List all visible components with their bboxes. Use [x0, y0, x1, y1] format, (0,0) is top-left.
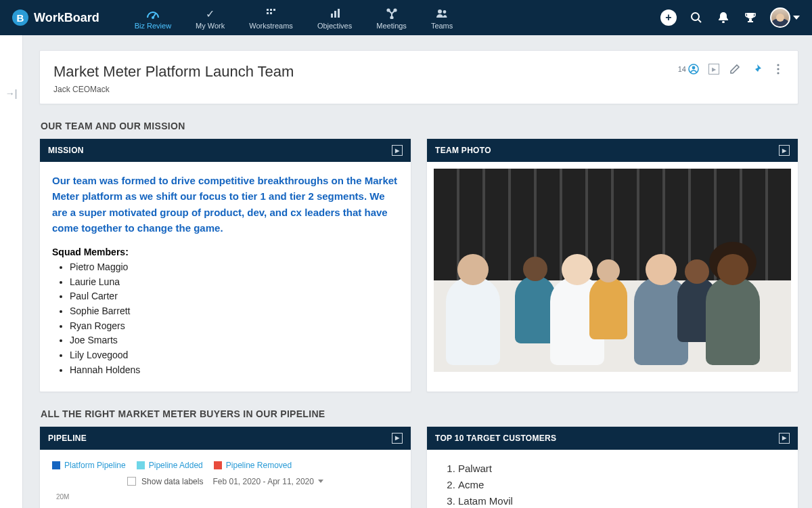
pipeline-card: PIPELINE ▶ Platform Pipeline Pipeline Ad…: [39, 426, 411, 509]
expand-sidebar-icon[interactable]: →|: [5, 88, 18, 99]
pipeline-legend: Platform Pipeline Pipeline Added Pipelin…: [52, 461, 399, 470]
svg-rect-19: [748, 21, 753, 22]
nav-label: Objectives: [317, 22, 352, 30]
svg-rect-7: [331, 14, 333, 18]
svg-point-14: [443, 10, 447, 14]
svg-rect-6: [270, 12, 272, 14]
legend-item-platform[interactable]: Platform Pipeline: [52, 461, 126, 470]
svg-point-10: [387, 9, 389, 11]
expand-icon[interactable]: ▶: [779, 433, 790, 444]
svg-point-12: [390, 16, 392, 18]
list-item: Ryan Rogers: [70, 319, 399, 334]
mission-card-title: MISSION: [48, 146, 84, 155]
pipeline-card-title: PIPELINE: [48, 433, 87, 443]
chart-ytick: 20M: [52, 493, 399, 501]
edit-icon[interactable]: [729, 63, 741, 75]
expand-icon[interactable]: ▶: [392, 145, 403, 156]
nav-my-work[interactable]: ✓ My Work: [183, 4, 237, 31]
profile-menu[interactable]: [770, 7, 800, 28]
team-photo-image: [434, 169, 791, 372]
nav-teams[interactable]: Teams: [419, 4, 465, 31]
svg-rect-17: [722, 21, 725, 23]
people-icon: [436, 7, 448, 20]
nav-label: Teams: [431, 22, 453, 30]
svg-line-16: [698, 20, 701, 22]
page-body: Market Meter Platform Launch Team Jack C…: [23, 35, 812, 508]
page-header-actions: 14 ▶: [678, 63, 784, 75]
show-data-labels-text: Show data labels: [141, 477, 203, 486]
swatch-icon: [214, 461, 222, 469]
svg-rect-8: [334, 11, 336, 18]
nav-biz-review[interactable]: Biz Review: [122, 4, 183, 31]
squad-list: Pietro Maggio Laurie Luna Paul Carter So…: [52, 260, 399, 378]
top10-card-head: TOP 10 TARGET CUSTOMERS ▶: [427, 427, 798, 450]
member-count-number: 14: [678, 65, 686, 73]
gauge-icon: [146, 7, 160, 20]
nav-label: Biz Review: [135, 22, 171, 30]
pin-icon[interactable]: [750, 63, 763, 75]
team-photo-card-title: TEAM PHOTO: [435, 146, 491, 155]
pipeline-controls: Show data labels Feb 01, 2020 - Apr 11, …: [52, 477, 399, 486]
legend-item-added[interactable]: Pipeline Added: [137, 461, 203, 470]
svg-rect-4: [273, 9, 275, 11]
list-item: Pietro Maggio: [70, 260, 399, 275]
svg-point-11: [394, 9, 396, 11]
bars-icon: [330, 7, 340, 20]
section-pipeline-title: ALL THE RIGHT MARKET METER BUYERS IN OUR…: [41, 408, 797, 419]
list-item: Laurie Luna: [70, 275, 399, 290]
swatch-icon: [137, 461, 145, 469]
svg-rect-18: [749, 19, 752, 21]
member-count[interactable]: 14: [678, 64, 699, 75]
squad-label: Squad Members:: [52, 247, 399, 257]
team-photo-card: TEAM PHOTO ▶: [426, 138, 798, 392]
svg-rect-3: [270, 9, 272, 11]
svg-line-1: [153, 14, 156, 18]
section-team-mission-title: OUR TEAM AND OUR MISSION: [41, 121, 797, 131]
expand-icon[interactable]: ▶: [392, 433, 403, 444]
trophy-icon[interactable]: [743, 10, 758, 25]
expand-icon[interactable]: ▶: [779, 145, 790, 156]
chevron-down-icon: [793, 16, 800, 20]
svg-point-21: [692, 66, 696, 70]
legend-label: Pipeline Removed: [226, 461, 292, 470]
list-item: Lily Lovegood: [70, 348, 399, 363]
kebab-menu-icon[interactable]: [772, 63, 784, 75]
brand-logo-icon: B: [12, 9, 28, 26]
pipeline-card-head: PIPELINE ▶: [40, 427, 411, 450]
page-header-card: Market Meter Platform Launch Team Jack C…: [39, 50, 798, 104]
show-data-labels-toggle[interactable]: Show data labels: [127, 477, 203, 486]
top10-card: TOP 10 TARGET CUSTOMERS ▶ Palwart Acme L…: [426, 426, 798, 509]
checkbox-icon: [127, 477, 136, 486]
bell-icon[interactable]: [716, 10, 731, 25]
search-icon[interactable]: [689, 10, 704, 25]
nav-meetings[interactable]: Meetings: [364, 4, 419, 31]
svg-point-24: [777, 72, 779, 74]
list-item: Sophie Barrett: [70, 304, 399, 319]
nav-workstreams[interactable]: Workstreams: [237, 4, 305, 31]
legend-label: Platform Pipeline: [64, 461, 126, 470]
top-actions: +: [660, 7, 800, 28]
mission-text: Our team was formed to drive competitive…: [52, 173, 399, 236]
svg-point-22: [777, 64, 779, 66]
avatar: [770, 7, 790, 28]
date-range-picker[interactable]: Feb 01, 2020 - Apr 11, 2020: [212, 477, 323, 486]
page-owner: Jack CEOMack: [53, 85, 294, 94]
brand[interactable]: B WorkBoard: [12, 9, 99, 26]
svg-point-13: [438, 9, 442, 14]
mission-card: MISSION ▶ Our team was formed to drive c…: [39, 138, 411, 392]
mission-card-head: MISSION ▶: [40, 139, 411, 162]
nav-objectives[interactable]: Objectives: [305, 4, 364, 31]
list-item: Hannah Holdens: [70, 363, 399, 378]
svg-point-15: [692, 13, 699, 20]
play-icon[interactable]: ▶: [708, 64, 719, 75]
top10-card-title: TOP 10 TARGET CUSTOMERS: [435, 433, 556, 443]
legend-item-removed[interactable]: Pipeline Removed: [214, 461, 292, 470]
nav-label: Workstreams: [249, 22, 293, 30]
nav-tabs: Biz Review ✓ My Work Workstreams Objecti…: [122, 4, 466, 31]
grid-icon: [266, 7, 277, 20]
top10-list: Palwart Acme Latam Movil Boxtop: [439, 461, 786, 509]
chevron-down-icon: [318, 480, 323, 483]
legend-label: Pipeline Added: [149, 461, 203, 470]
add-button[interactable]: +: [660, 9, 677, 26]
check-icon: ✓: [206, 7, 215, 20]
